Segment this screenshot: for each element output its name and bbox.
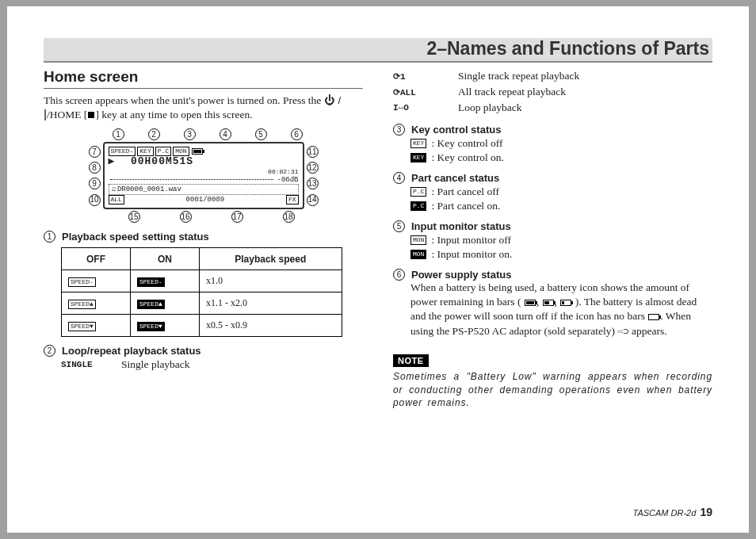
- callouts-right: 11 12 13 14: [307, 143, 319, 208]
- key-off-text: : Key control off: [431, 137, 502, 150]
- item-6-body: When a battery is being used, a battery …: [410, 281, 712, 338]
- item-6: 6 Power supply status: [393, 269, 712, 281]
- key-on-line: KEY: Key control on.: [410, 151, 712, 164]
- key-on-text: : Key control on.: [431, 151, 503, 164]
- repeat-sym-1: ⟳1: [393, 71, 436, 82]
- repeat-sym-loop: I↔O: [393, 103, 436, 113]
- item-3-number: 3: [393, 124, 405, 136]
- item-5: 5 Input monitor status: [393, 220, 712, 232]
- note-label: NOTE: [393, 354, 429, 367]
- repeat-row: I↔O Loop playback: [393, 100, 712, 116]
- intro-text-c: ] key at any time to open this screen.: [95, 109, 252, 120]
- pc-on-text: : Part cancel on.: [431, 200, 500, 212]
- key-off-line: KEY: Key control off: [410, 137, 712, 150]
- ac-plug-icon: ⎓⊃: [617, 326, 628, 337]
- table-row: SPEED- SPEED- x1.0: [62, 270, 342, 292]
- battery-empty-icon: [648, 314, 659, 320]
- columns: Home screen This screen appears when the…: [44, 68, 712, 410]
- callout-6: 6: [291, 128, 303, 140]
- repeat-txt-all: All track repeat playback: [458, 86, 566, 98]
- item-4-title: Part cancel status: [411, 172, 499, 184]
- item-1-number: 1: [44, 231, 55, 243]
- callout-18: 18: [283, 211, 295, 223]
- lcd-diagram: 1 2 3 4 5 6 7 8 9 10: [44, 128, 363, 223]
- footer-model: TASCAM DR-2d: [632, 508, 696, 518]
- note-text: Sometimes a "Battery Low" warning appear…: [393, 370, 712, 410]
- item-3-title: Key control status: [411, 124, 501, 136]
- item-6-number: 6: [393, 269, 405, 281]
- item-3: 3 Key control status: [393, 124, 712, 136]
- section-title: Home screen: [44, 68, 363, 89]
- key-on-icon: KEY: [410, 153, 426, 162]
- mon-on-icon: MON: [410, 250, 426, 259]
- pc-off-icon: P.C: [410, 187, 426, 197]
- footer-page-number: 19: [700, 506, 712, 518]
- page-footer: TASCAM DR-2d 19: [632, 506, 712, 518]
- battery-icon: [192, 148, 203, 155]
- pc-off-text: : Part cancel off: [431, 185, 499, 198]
- speed-1: x1.0: [199, 270, 342, 292]
- tag-off-3: SPEED▼: [68, 322, 96, 331]
- lcd-filename: DR0000_0001.wav: [117, 185, 181, 193]
- repeat-row: ⟳1 Single track repeat playback: [393, 68, 712, 84]
- callout-9: 9: [89, 178, 101, 189]
- i6-text-d: appears.: [632, 325, 667, 337]
- lcd-elapsed: 00:02:31: [268, 168, 298, 175]
- callouts-left: 7 8 9 10: [89, 143, 101, 208]
- column-right: ⟳1 Single track repeat playback ⟳ALL All…: [393, 68, 712, 410]
- callout-13: 13: [307, 178, 319, 189]
- callout-16: 16: [180, 211, 192, 223]
- battery-mid-icon: [543, 300, 554, 306]
- chapter-title: 2–Names and Functions of Parts: [44, 35, 712, 63]
- intro-paragraph: This screen appears when the unit's powe…: [44, 94, 363, 122]
- item-1-title: Playback speed setting status: [62, 231, 209, 243]
- stop-icon: [87, 109, 95, 120]
- repeat-sym-all: ⟳ALL: [393, 87, 436, 97]
- lcd-fx: FX: [286, 195, 299, 205]
- table-row: SPEED▼ SPEED▼ x0.5 - x0.9: [62, 315, 342, 337]
- callout-10: 10: [89, 194, 101, 206]
- callout-14: 14: [307, 194, 319, 206]
- mon-off-icon: MON: [410, 235, 426, 245]
- item-2: 2 Loop/repeat playback status: [44, 345, 363, 357]
- tag-off-2: SPEED▲: [68, 300, 96, 309]
- callout-8: 8: [89, 162, 101, 174]
- speed-3: x0.5 - x0.9: [199, 315, 342, 337]
- repeat-row: ⟳ALL All track repeat playback: [393, 84, 712, 100]
- item-5-number: 5: [393, 220, 405, 232]
- speed-2: x1.1 - x2.0: [199, 292, 342, 315]
- th-off: OFF: [62, 248, 131, 270]
- item-6-title: Power supply status: [411, 269, 511, 281]
- item-1: 1 Playback speed setting status: [44, 231, 363, 243]
- mon-off-text: : Input monitor off: [431, 234, 511, 247]
- repeat-list-right: ⟳1 Single track repeat playback ⟳ALL All…: [393, 68, 712, 116]
- callout-17: 17: [231, 211, 243, 223]
- callout-2: 2: [148, 128, 160, 140]
- repeat-txt-single: Single playback: [121, 358, 190, 371]
- mon-off-line: MON: Input monitor off: [410, 234, 712, 247]
- th-speed: Playback speed: [199, 248, 342, 270]
- tag-on-1: SPEED-: [137, 277, 165, 287]
- pc-on-icon: P.C: [410, 201, 426, 211]
- battery-full-icon: [525, 300, 536, 306]
- table-header-row: OFF ON Playback speed: [62, 248, 342, 270]
- callout-1: 1: [113, 128, 124, 140]
- pc-on-line: P.C: Part cancel on.: [410, 200, 712, 212]
- callout-11: 11: [307, 146, 319, 158]
- callout-row-bottom: 15 16 17 18: [89, 211, 319, 223]
- callout-7: 7: [89, 146, 101, 158]
- repeat-sym-single: SINGLE: [61, 360, 99, 369]
- callout-15: 15: [128, 211, 140, 223]
- tag-off-1: SPEED-: [68, 277, 96, 287]
- lcd-screen: 7 8 9 10 11 12 13 14 SPEED-: [103, 142, 304, 209]
- intro-text-b: /HOME [: [47, 109, 87, 120]
- callout-12: 12: [307, 162, 319, 174]
- repeat-txt-1: Single track repeat playback: [458, 70, 579, 82]
- callout-3: 3: [184, 128, 196, 140]
- item-4-number: 4: [393, 172, 405, 184]
- th-on: ON: [130, 248, 199, 270]
- pc-off-line: P.C: Part cancel off: [410, 185, 712, 198]
- callout-5: 5: [255, 128, 267, 140]
- battery-low-icon: [560, 300, 571, 306]
- item-5-title: Input monitor status: [411, 220, 511, 232]
